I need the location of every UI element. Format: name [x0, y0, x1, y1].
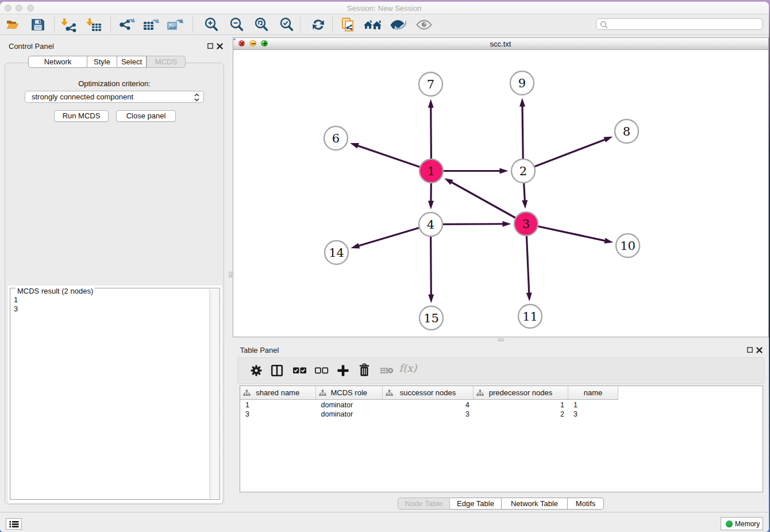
control-panel: Control Panel Network Style Select MCDS … — [0, 36, 232, 512]
network-window: scc.txt 7968124314101511 — [233, 37, 769, 337]
select-chevrons-icon — [193, 92, 201, 102]
criterion-select-value: strongly connected component — [32, 92, 133, 101]
graph-edge-arrowhead — [522, 200, 528, 209]
zoom-in-icon[interactable] — [203, 17, 220, 33]
close-panel-button[interactable]: Close panel — [116, 110, 176, 122]
float-panel-icon[interactable] — [747, 347, 753, 353]
open-session-icon[interactable] — [5, 17, 21, 33]
column-header[interactable]: shared name — [240, 386, 316, 400]
graph-edge-arrowhead — [351, 242, 360, 248]
tab-mcds[interactable]: MCDS — [147, 56, 186, 68]
graph-node-label: 15 — [424, 311, 439, 325]
memory-button[interactable]: Memory — [721, 517, 763, 530]
table-cell: 4 — [383, 401, 469, 409]
close-panel-icon[interactable] — [756, 347, 763, 353]
table-cell: 1 — [245, 401, 316, 409]
unselect-all-columns-icon[interactable] — [314, 367, 329, 375]
vertical-splitter-handle[interactable] — [229, 272, 232, 277]
table-mode-gear-icon[interactable] — [250, 364, 263, 377]
tab-motifs[interactable]: Motifs — [568, 498, 604, 510]
status-bar: Memory — [0, 512, 769, 532]
optimization-criterion-label: Optimization criterion: — [0, 79, 229, 88]
zoom-selected-icon[interactable] — [279, 17, 295, 33]
task-history-button[interactable] — [6, 518, 22, 530]
network-window-titlebar: scc.txt — [233, 38, 768, 50]
criterion-select[interactable]: strongly connected component — [25, 91, 204, 103]
hide-selected-icon[interactable] — [390, 17, 407, 33]
search-box — [596, 18, 763, 30]
export-network-icon[interactable] — [118, 17, 137, 33]
table-cell: 3 — [245, 410, 316, 418]
graph-edge-arrowhead — [603, 136, 613, 142]
float-panel-icon[interactable] — [207, 43, 213, 49]
first-neighbors-icon[interactable] — [363, 17, 382, 33]
graph-node-label: 14 — [329, 246, 344, 260]
graph-edge-arrowhead — [604, 238, 613, 244]
graph-node-label: 11 — [522, 310, 538, 323]
mcds-result-list[interactable]: 1 3 — [11, 295, 209, 499]
graph-edge-arrowhead — [519, 98, 525, 106]
mcds-result-title: MCDS result (2 nodes) — [16, 287, 95, 295]
mcds-result-border: MCDS result (2 nodes) 1 3 — [10, 288, 220, 500]
network-window-title: scc.txt — [233, 40, 768, 48]
mcds-result-item[interactable]: 1 — [11, 295, 209, 304]
mcds-result-scrollbar[interactable] — [209, 290, 219, 499]
tab-network-table[interactable]: Network Table — [502, 498, 568, 510]
toolbar-separator — [54, 17, 55, 32]
apply-layout-icon[interactable] — [310, 17, 326, 33]
column-header-label: successor nodes — [383, 388, 473, 397]
graph-edge-arrowhead — [428, 294, 434, 303]
select-all-columns-icon[interactable] — [292, 367, 307, 375]
create-column-icon[interactable] — [336, 364, 350, 377]
toolbar-separator — [332, 17, 333, 32]
memory-status-icon — [726, 521, 733, 527]
window-titlebar: Session: New Session — [0, 2, 769, 14]
function-builder-icon[interactable]: f(x) — [399, 362, 417, 374]
save-session-icon[interactable] — [30, 17, 46, 33]
app-window: Session: New Session — [0, 2, 769, 532]
network-canvas[interactable]: 7968124314101511 — [233, 50, 768, 337]
table-row[interactable]: 1dominator411 — [240, 400, 763, 410]
tab-network[interactable]: Network — [28, 56, 87, 68]
show-all-icon[interactable] — [415, 17, 433, 33]
close-panel-icon[interactable] — [217, 43, 223, 49]
table-cell: 1 — [573, 401, 618, 409]
clone-network-icon[interactable] — [340, 17, 356, 33]
delete-columns-icon[interactable] — [359, 363, 370, 377]
column-header[interactable]: successor nodes — [383, 386, 473, 400]
horizontal-splitter-handle[interactable] — [498, 338, 504, 341]
tab-style[interactable]: Style — [87, 56, 117, 68]
graph-edge[interactable] — [523, 139, 606, 171]
column-header[interactable]: name — [568, 386, 618, 400]
tab-select[interactable]: Select — [117, 56, 147, 68]
graph-node-label: 1 — [427, 164, 434, 178]
column-header-label: MCDS role — [316, 388, 383, 397]
mcds-result-group: MCDS result (2 nodes) 1 3 — [8, 286, 222, 503]
mouse-cursor — [233, 38, 237, 43]
toolbar-separator — [300, 17, 301, 32]
table-row[interactable]: 3dominator323 — [240, 410, 763, 419]
search-icon — [600, 21, 609, 29]
table-panel: Table Panel — [233, 342, 769, 512]
run-mcds-button[interactable]: Run MCDS — [54, 110, 109, 122]
table-panel-title: Table Panel — [240, 346, 279, 354]
toolbar-separator — [110, 17, 111, 32]
graph-edge[interactable] — [451, 182, 526, 223]
graph-node-label: 8 — [622, 125, 630, 138]
delete-table-icon[interactable] — [380, 367, 394, 375]
column-header[interactable]: predecessor nodes — [473, 386, 568, 400]
column-header[interactable]: MCDS role — [316, 386, 383, 400]
graph-edge-arrowhead — [444, 178, 453, 185]
zoom-out-icon[interactable] — [229, 17, 245, 33]
format-columns-icon[interactable] — [271, 364, 283, 377]
mcds-result-item[interactable]: 3 — [11, 304, 209, 313]
search-input[interactable] — [610, 20, 757, 29]
tab-edge-table[interactable]: Edge Table — [450, 498, 502, 510]
import-table-icon[interactable] — [86, 17, 103, 33]
zoom-fit-icon[interactable] — [253, 17, 270, 33]
export-table-icon[interactable] — [142, 17, 160, 33]
tab-node-table[interactable]: Node Table — [398, 498, 450, 510]
import-network-icon[interactable] — [61, 17, 78, 33]
export-image-icon[interactable] — [165, 17, 184, 33]
graph-edge-arrowhead — [428, 201, 433, 209]
